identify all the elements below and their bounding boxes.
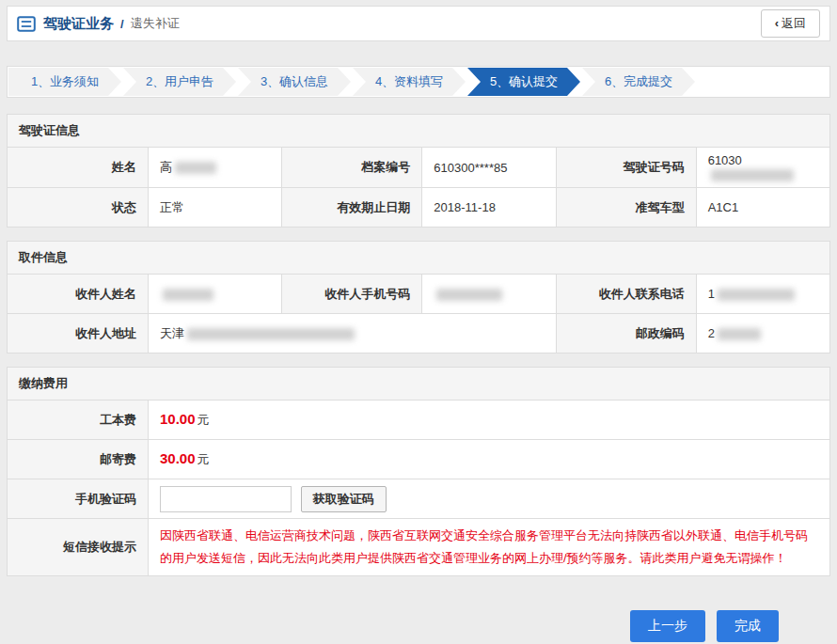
- field-value: 2018-11-18: [422, 188, 556, 228]
- field-label: 工本费: [8, 401, 149, 440]
- field-label: 驾驶证号码: [556, 148, 696, 188]
- section-title: 缴纳费用: [7, 367, 830, 400]
- sms-code-input[interactable]: [160, 486, 292, 512]
- table-row: 姓名 高 档案编号 610300****85 驾驶证号码 61030: [8, 148, 830, 188]
- field-label: 短信接收提示: [8, 519, 149, 576]
- field-label: 手机验证码: [8, 479, 149, 519]
- field-label: 邮寄费: [8, 440, 149, 479]
- back-chevron-icon: ‹: [775, 16, 779, 30]
- page-subtitle: 遗失补证: [131, 15, 180, 32]
- table-row: 工本费 10.00元: [8, 401, 830, 440]
- section-title: 驾驶证信息: [7, 114, 830, 147]
- pickup-info-section: 取件信息 收件人姓名 收件人手机号码 收件人联系电话 1 收件人地址 天津 邮政…: [7, 241, 830, 353]
- field-label: 档案编号: [282, 148, 422, 188]
- step-5-confirm-submit: 5、确认提交: [467, 68, 580, 96]
- page-header: 驾驶证业务 / 遗失补证 ‹返回: [7, 6, 830, 41]
- step-wizard: 1、业务须知 2、用户申告 3、确认信息 4、资料填写 5、确认提交 6、完成提…: [7, 66, 830, 98]
- section-title: 取件信息: [7, 241, 830, 274]
- field-label: 姓名: [8, 148, 149, 188]
- pickup-info-table: 收件人姓名 收件人手机号码 收件人联系电话 1 收件人地址 天津 邮政编码 2: [7, 274, 830, 353]
- fee-amount: 10.00: [160, 411, 196, 427]
- field-label: 状态: [8, 188, 149, 228]
- get-sms-code-button[interactable]: 获取验证码: [301, 486, 387, 512]
- license-info-table: 姓名 高 档案编号 610300****85 驾驶证号码 61030 状态 正常…: [7, 147, 830, 228]
- redacted-blur: [175, 162, 216, 174]
- field-value: 正常: [149, 188, 282, 228]
- field-value: 因陕西省联通、电信运营商技术问题，陕西省互联网交通安全综合服务管理平台无法向持陕…: [149, 519, 830, 576]
- field-value: 天津: [149, 314, 557, 353]
- redacted-blur: [718, 328, 761, 340]
- table-row: 收件人地址 天津 邮政编码 2: [8, 314, 830, 353]
- fee-amount: 30.00: [160, 450, 196, 466]
- step-1-business-notice: 1、业务须知: [8, 68, 121, 96]
- field-label: 邮政编码: [556, 314, 696, 353]
- field-label: 有效期止日期: [282, 188, 422, 228]
- page-title: 驾驶证业务: [43, 15, 114, 33]
- table-row: 邮寄费 30.00元: [8, 440, 830, 479]
- redacted-blur: [187, 328, 355, 340]
- field-value: [149, 275, 282, 314]
- table-row: 手机验证码 获取验证码: [8, 479, 830, 519]
- field-value: 10.00元: [149, 401, 830, 440]
- field-value: 2: [696, 314, 829, 353]
- field-value: 1: [696, 275, 829, 314]
- field-value: 获取验证码: [149, 479, 830, 519]
- field-value: A1C1: [696, 188, 829, 228]
- table-row: 短信接收提示 因陕西省联通、电信运营商技术问题，陕西省互联网交通安全综合服务管理…: [8, 519, 830, 576]
- field-value: 高: [149, 148, 282, 188]
- title-separator: /: [120, 17, 124, 31]
- license-business-icon: [17, 16, 36, 32]
- field-value: 610300****85: [422, 148, 556, 188]
- table-row: 状态 正常 有效期止日期 2018-11-18 准驾车型 A1C1: [8, 188, 830, 228]
- redacted-blur: [718, 289, 795, 301]
- redacted-blur: [436, 289, 502, 301]
- field-value: 61030: [696, 148, 829, 188]
- back-button-label: 返回: [782, 16, 806, 30]
- step-2-user-declaration: 2、用户申告: [123, 68, 236, 96]
- field-label: 收件人地址: [8, 314, 149, 353]
- fee-unit: 元: [197, 452, 210, 466]
- redacted-blur: [711, 169, 794, 181]
- footer-actions: 上一步 完成: [7, 589, 830, 642]
- step-6-complete-submit: 6、完成提交: [582, 68, 695, 96]
- step-3-confirm-info: 3、确认信息: [238, 68, 351, 96]
- field-value: [422, 275, 556, 314]
- sms-notice-text: 因陕西省联通、电信运营商技术问题，陕西省互联网交通安全综合服务管理平台无法向持陕…: [160, 525, 818, 570]
- back-button[interactable]: ‹返回: [761, 9, 820, 38]
- table-row: 收件人姓名 收件人手机号码 收件人联系电话 1: [8, 275, 830, 314]
- previous-step-button[interactable]: 上一步: [630, 610, 705, 642]
- field-label: 收件人手机号码: [282, 275, 422, 314]
- field-label: 准驾车型: [556, 188, 696, 228]
- field-label: 收件人姓名: [8, 275, 149, 314]
- field-value: 30.00元: [149, 440, 830, 479]
- license-info-section: 驾驶证信息 姓名 高 档案编号 610300****85 驾驶证号码 61030…: [7, 114, 830, 228]
- field-label: 收件人联系电话: [556, 275, 696, 314]
- fees-table: 工本费 10.00元 邮寄费 30.00元 手机验证码 获取验证码 短信接收提: [7, 400, 830, 576]
- fee-unit: 元: [197, 413, 210, 427]
- step-4-fill-data: 4、资料填写: [353, 68, 466, 96]
- finish-button[interactable]: 完成: [717, 610, 779, 642]
- redacted-blur: [163, 289, 213, 301]
- fees-section: 缴纳费用 工本费 10.00元 邮寄费 30.00元 手机验证码 获取验证码: [7, 367, 830, 576]
- page: 驾驶证业务 / 遗失补证 ‹返回 1、业务须知 2、用户申告 3、确认信息 4、…: [0, 0, 837, 644]
